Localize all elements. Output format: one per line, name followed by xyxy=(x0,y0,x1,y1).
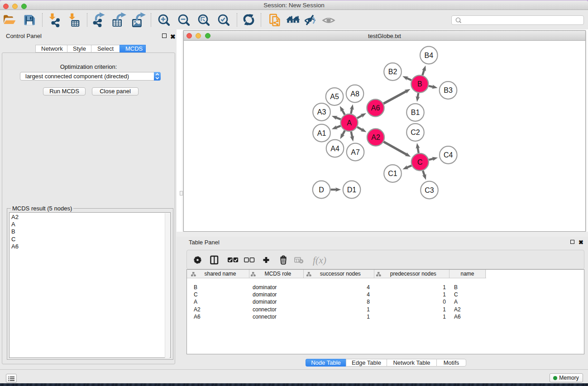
svg-text:D: D xyxy=(319,186,324,194)
svg-text:A6: A6 xyxy=(371,104,380,112)
svg-text:B3: B3 xyxy=(444,86,453,94)
svg-text:D1: D1 xyxy=(347,186,357,194)
svg-text:B1: B1 xyxy=(411,109,420,116)
svg-text:f(x): f(x) xyxy=(313,255,326,266)
svg-text:A3: A3 xyxy=(317,108,326,116)
svg-text:C1: C1 xyxy=(388,170,397,177)
svg-text:A4: A4 xyxy=(330,145,339,152)
svg-text:A: A xyxy=(347,119,352,127)
svg-text:B4: B4 xyxy=(425,52,434,59)
svg-text:C4: C4 xyxy=(444,151,453,159)
svg-text:A7: A7 xyxy=(351,148,360,156)
svg-text:C: C xyxy=(417,158,423,166)
svg-text:A2: A2 xyxy=(371,133,380,141)
svg-text:B2: B2 xyxy=(388,68,397,76)
svg-text:B: B xyxy=(417,80,422,88)
svg-text:A1: A1 xyxy=(317,129,326,137)
svg-text:C2: C2 xyxy=(411,129,420,136)
svg-text:C3: C3 xyxy=(425,186,434,194)
svg-text:A5: A5 xyxy=(330,93,339,100)
svg-text:A8: A8 xyxy=(350,90,359,98)
